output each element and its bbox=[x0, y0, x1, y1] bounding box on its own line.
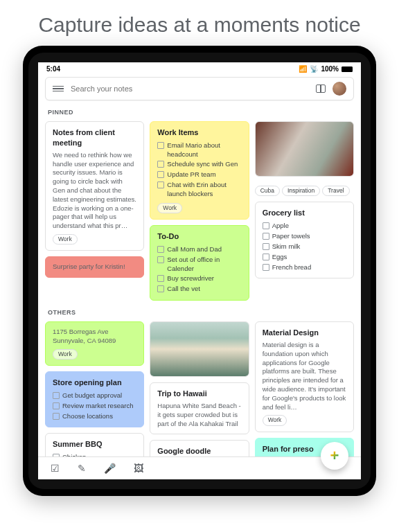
others-grid: 1175 Borregas Ave Sunnyvale, CA 94089Wor… bbox=[38, 319, 361, 479]
bottom-toolbar: ☑ ✎ 🎤 🖼 bbox=[38, 456, 361, 479]
note-body: Material design is a foundation upon whi… bbox=[263, 341, 346, 412]
plus-icon: + bbox=[330, 447, 339, 465]
note-title: To-Do bbox=[157, 231, 241, 242]
wifi-icon: 📡 bbox=[310, 65, 318, 73]
beach-photo bbox=[150, 322, 248, 376]
status-time: 5:04 bbox=[46, 65, 60, 73]
note-body: 1175 Borregas Ave Sunnyvale, CA 94089 bbox=[53, 328, 136, 346]
tag-chip[interactable]: Work bbox=[263, 415, 287, 425]
search-bar[interactable] bbox=[45, 77, 354, 100]
note-card[interactable]: Notes from client meetingWe need to reth… bbox=[45, 121, 144, 251]
new-note-fab[interactable]: + bbox=[321, 442, 348, 470]
tablet-bezel: 5:04 📶 📡 100% PINNED Notes from client m… bbox=[28, 53, 371, 489]
status-indicators: 📶 📡 100% bbox=[299, 65, 353, 73]
checklist-item[interactable]: Review market research bbox=[53, 401, 136, 411]
battery-icon bbox=[342, 66, 353, 72]
note-title: Store opening plan bbox=[53, 378, 136, 388]
pinned-grid: Notes from client meetingWe need to reth… bbox=[38, 118, 361, 303]
tag-chip[interactable]: Cuba bbox=[255, 186, 280, 196]
checklist: Call Mom and DadSet out of office in Cal… bbox=[157, 245, 241, 294]
checklist-item[interactable]: Skim milk bbox=[263, 242, 346, 252]
note-title: Trip to Hawaii bbox=[157, 389, 241, 399]
checklist-item[interactable]: Update PR team bbox=[157, 170, 241, 180]
checklist-item[interactable]: Eggs bbox=[263, 252, 346, 263]
note-body: We need to rethink how we handle user ex… bbox=[53, 151, 136, 231]
tag-chip[interactable]: Work bbox=[53, 234, 78, 245]
mic-icon[interactable]: 🎤 bbox=[104, 463, 116, 474]
section-others-label: OTHERS bbox=[38, 306, 361, 319]
checklist-item[interactable]: Choose locations bbox=[53, 411, 136, 422]
status-bar: 5:04 📶 📡 100% bbox=[38, 62, 361, 74]
tablet-frame: 5:04 📶 📡 100% PINNED Notes from client m… bbox=[23, 46, 376, 496]
app-screen: 5:04 📶 📡 100% PINNED Notes from client m… bbox=[38, 62, 361, 479]
checklist-item[interactable]: Apple bbox=[263, 221, 346, 231]
search-input[interactable] bbox=[71, 85, 316, 93]
signal-icon: 📶 bbox=[299, 65, 307, 73]
checklist: Email Mario about headcountSchedule sync… bbox=[157, 141, 241, 200]
tag-chip[interactable]: Work bbox=[53, 349, 78, 360]
view-toggle-icon[interactable] bbox=[316, 85, 326, 93]
note-card[interactable]: CubaInspirationTravel bbox=[255, 182, 354, 196]
draw-icon[interactable]: ✎ bbox=[78, 463, 86, 474]
checklist-item[interactable]: Buy screwdriver bbox=[157, 274, 241, 284]
checklist-item[interactable]: Paper towels bbox=[263, 231, 346, 242]
note-body: Hapuna White Sand Beach - it gets super … bbox=[157, 402, 241, 428]
note-card[interactable]: 1175 Borregas Ave Sunnyvale, CA 94089Wor… bbox=[45, 321, 144, 366]
note-title: Summer BBQ bbox=[53, 439, 136, 450]
checklist-item[interactable]: Schedule sync with Gen bbox=[157, 159, 241, 170]
checklist-icon[interactable]: ☑ bbox=[51, 463, 60, 474]
note-card[interactable]: Store opening planGet budget approvalRev… bbox=[45, 371, 144, 427]
note-card[interactable]: Surprise party for Kristin! bbox=[45, 256, 144, 278]
checklist-item[interactable]: Call the vet bbox=[157, 284, 241, 294]
note-card[interactable] bbox=[255, 121, 354, 177]
note-body: Surprise party for Kristin! bbox=[53, 263, 136, 272]
checklist-item[interactable]: Set out of office in Calender bbox=[157, 255, 241, 274]
checklist-item[interactable]: Chat with Erin about launch blockers bbox=[157, 180, 241, 200]
image-icon[interactable]: 🖼 bbox=[134, 463, 143, 474]
note-title: Work Items bbox=[157, 127, 241, 138]
note-card[interactable]: To-DoCall Mom and DadSet out of office i… bbox=[150, 225, 249, 301]
note-card[interactable]: Grocery listApplePaper towelsSkim milkEg… bbox=[255, 202, 354, 278]
car-photo bbox=[256, 122, 353, 176]
tag-chip[interactable]: Work bbox=[157, 203, 182, 213]
tag-chip[interactable]: Inspiration bbox=[282, 186, 320, 196]
checklist: ApplePaper towelsSkim milkEggsFrench bre… bbox=[263, 221, 346, 272]
note-title: Material Design bbox=[263, 328, 346, 338]
hero-title: Capture ideas at a moments notice bbox=[0, 0, 399, 46]
avatar[interactable] bbox=[332, 82, 346, 96]
battery-percent: 100% bbox=[321, 65, 339, 73]
checklist-item[interactable]: Email Mario about headcount bbox=[157, 141, 241, 160]
checklist-item[interactable]: Call Mom and Dad bbox=[157, 245, 241, 255]
note-title: Grocery list bbox=[263, 208, 346, 218]
note-title: Notes from client meeting bbox=[53, 127, 136, 148]
menu-icon[interactable] bbox=[53, 86, 64, 92]
checklist-item[interactable]: Get budget approval bbox=[53, 391, 136, 401]
checklist-item[interactable]: French bread bbox=[263, 263, 346, 273]
note-card[interactable] bbox=[150, 321, 249, 377]
checklist: Get budget approvalReview market researc… bbox=[53, 391, 136, 421]
section-pinned-label: PINNED bbox=[38, 106, 361, 118]
note-card[interactable]: Trip to HawaiiHapuna White Sand Beach - … bbox=[150, 382, 249, 434]
note-card[interactable]: Material DesignMaterial design is a foun… bbox=[255, 321, 354, 432]
note-title: Google doodle bbox=[157, 446, 241, 456]
tag-chip[interactable]: Travel bbox=[322, 186, 349, 196]
note-card[interactable]: Work ItemsEmail Mario about headcountSch… bbox=[150, 121, 249, 220]
